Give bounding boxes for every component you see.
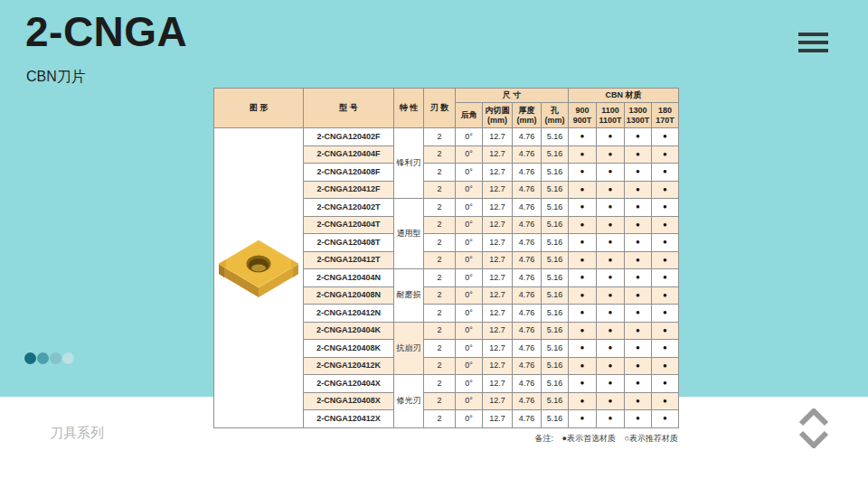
material-dot-cell: ● — [597, 286, 625, 305]
thickness-cell: 4.76 — [513, 181, 542, 199]
pagination — [24, 352, 74, 364]
inscribed-circle-cell: 12.7 — [483, 357, 513, 375]
material-dot-cell: ● — [569, 357, 597, 375]
thickness-cell: 4.76 — [513, 234, 542, 252]
feature-cell: 锋利刃 — [394, 128, 424, 199]
edges-cell: 2 — [424, 269, 456, 287]
hole-cell: 5.16 — [542, 269, 569, 287]
thickness-cell: 4.76 — [513, 392, 542, 410]
menu-icon[interactable] — [798, 33, 828, 52]
model-cell: 2-CNGA120404T — [304, 216, 394, 234]
material-dot-cell: ● — [652, 234, 679, 252]
material-dot-cell: ● — [625, 340, 652, 358]
thickness-cell: 4.76 — [513, 269, 542, 287]
material-dot-cell: ● — [597, 251, 625, 269]
edges-cell: 2 — [424, 199, 456, 217]
pagination-dot[interactable] — [24, 352, 36, 364]
material-dot-cell: ● — [625, 199, 652, 217]
hole-cell: 5.16 — [542, 145, 569, 164]
hole-cell: 5.16 — [542, 375, 569, 393]
relief-angle-cell: 0° — [456, 392, 483, 410]
col-header-material: 1100 1100T — [597, 103, 625, 128]
inscribed-circle-cell: 12.7 — [483, 392, 513, 410]
hole-cell: 5.16 — [542, 251, 569, 269]
page-title: 2-CNGA — [25, 7, 187, 56]
hole-cell: 5.16 — [542, 322, 569, 340]
edges-cell: 2 — [424, 234, 456, 252]
material-dot-cell: ● — [652, 375, 679, 393]
chevron-up-icon[interactable] — [798, 408, 829, 427]
material-dot-cell: ● — [625, 251, 652, 269]
material-dot-cell: ● — [597, 128, 625, 146]
material-dot-cell: ● — [569, 251, 597, 269]
relief-angle-cell: 0° — [456, 181, 483, 199]
pagination-dot[interactable] — [62, 352, 74, 364]
hole-cell: 5.16 — [542, 164, 569, 182]
inscribed-circle-cell: 12.7 — [483, 375, 513, 393]
material-dot-cell: ● — [625, 322, 652, 340]
inscribed-circle-cell: 12.7 — [483, 216, 513, 234]
relief-angle-cell: 0° — [456, 410, 483, 428]
menu-bar — [798, 49, 828, 52]
edges-cell: 2 — [424, 181, 456, 199]
group-header-cbn: CBN 材质 — [569, 89, 679, 103]
model-cell: 2-CNGA120408K — [304, 340, 394, 358]
thickness-cell: 4.76 — [513, 410, 542, 428]
model-cell: 2-CNGA120412N — [304, 305, 394, 323]
edges-cell: 2 — [424, 375, 456, 393]
feature-cell: 修光刃 — [394, 375, 424, 428]
legend-preferred: ●表示首选材质 — [562, 434, 616, 443]
pagination-dot[interactable] — [37, 352, 49, 364]
col-header-edges: 刃 数 — [424, 89, 456, 128]
material-dot-cell: ● — [597, 269, 625, 287]
inscribed-circle-cell: 12.7 — [483, 251, 513, 269]
material-dot-cell: ● — [652, 305, 679, 323]
thickness-cell: 4.76 — [513, 251, 542, 269]
material-dot-cell: ● — [597, 199, 625, 217]
material-dot-cell: ● — [625, 181, 652, 199]
col-header-feature: 特 性 — [394, 89, 424, 128]
material-dot-cell: ● — [652, 286, 679, 305]
material-dot-cell: ● — [569, 145, 597, 164]
col-header-material: 1300 1300T — [625, 103, 652, 128]
material-dot-cell: ● — [569, 305, 597, 323]
material-dot-cell: ● — [652, 128, 679, 146]
col-header-inscribed-circle: 内切圆 (mm) — [483, 103, 513, 128]
pagination-dot[interactable] — [50, 352, 61, 364]
material-dot-cell: ● — [569, 322, 597, 340]
material-dot-cell: ● — [597, 234, 625, 252]
thickness-cell: 4.76 — [513, 357, 542, 375]
model-cell: 2-CNGA120408F — [304, 164, 394, 182]
edges-cell: 2 — [424, 164, 456, 182]
material-dot-cell: ● — [625, 269, 652, 287]
model-cell: 2-CNGA120412X — [304, 410, 394, 428]
inscribed-circle-cell: 12.7 — [483, 181, 513, 199]
page-nav — [798, 408, 829, 448]
hole-cell: 5.16 — [542, 234, 569, 252]
edges-cell: 2 — [424, 286, 456, 305]
material-dot-cell: ● — [569, 410, 597, 428]
edges-cell: 2 — [424, 251, 456, 269]
material-dot-cell: ● — [569, 375, 597, 393]
inscribed-circle-cell: 12.7 — [483, 164, 513, 182]
chevron-down-icon[interactable] — [798, 430, 829, 448]
relief-angle-cell: 0° — [456, 145, 483, 164]
edges-cell: 2 — [424, 357, 456, 375]
relief-angle-cell: 0° — [456, 251, 483, 269]
material-dot-cell: ● — [625, 164, 652, 182]
hole-cell: 5.16 — [542, 216, 569, 234]
material-dot-cell: ● — [652, 392, 679, 410]
edges-cell: 2 — [424, 305, 456, 323]
model-cell: 2-CNGA120404K — [304, 322, 394, 340]
model-cell: 2-CNGA120404N — [304, 269, 394, 287]
inscribed-circle-cell: 12.7 — [483, 340, 513, 358]
hole-cell: 5.16 — [542, 181, 569, 199]
material-dot-cell: ● — [652, 251, 679, 269]
material-dot-cell: ● — [652, 164, 679, 182]
material-dot-cell: ● — [597, 375, 625, 393]
model-cell: 2-CNGA120412T — [304, 251, 394, 269]
col-header-material: 900 900T — [569, 103, 597, 128]
col-header-hole: 孔 (mm) — [542, 103, 569, 128]
material-dot-cell: ● — [597, 305, 625, 323]
relief-angle-cell: 0° — [456, 305, 483, 323]
